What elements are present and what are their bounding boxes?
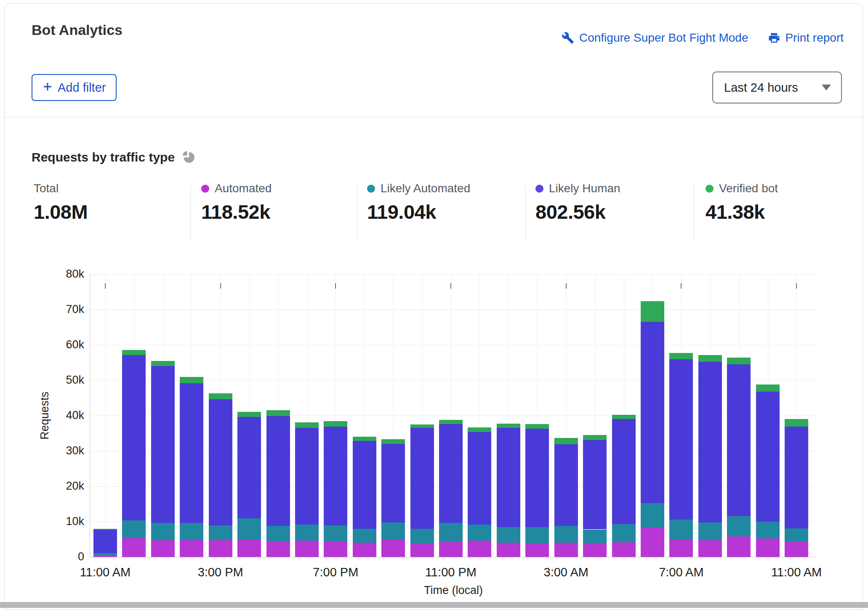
- bar-segment-likely-automated: [237, 518, 261, 539]
- bar-segment-verified-bot: [612, 415, 636, 419]
- stat-value: 119.04k: [367, 200, 470, 223]
- chevron-down-icon: [822, 85, 831, 90]
- bar-segment-automated: [727, 536, 751, 557]
- bar-segment-automated: [410, 543, 434, 557]
- bar-segment-likely-automated: [727, 516, 751, 536]
- configure-link-label: Configure Super Bot Fight Mode: [579, 31, 748, 45]
- y-tick-label: 50k: [25, 374, 84, 387]
- bar-segment-verified-bot: [266, 410, 290, 416]
- section-title: Requests by traffic type: [32, 150, 175, 164]
- x-tick: [335, 283, 336, 289]
- bar-segment-automated: [612, 542, 636, 557]
- bar-6-00-am: [641, 274, 664, 557]
- x-tick: [566, 283, 567, 289]
- plot-area: [90, 274, 817, 557]
- bar-7-00-am: [669, 274, 693, 557]
- bar-2-00-pm: [180, 274, 203, 557]
- bar-segment-likely-human: [468, 432, 491, 525]
- page-title: Bot Analytics: [32, 22, 122, 38]
- configure-super-bot-fight-mode-link[interactable]: Configure Super Bot Fight Mode: [562, 31, 748, 45]
- stat-value: 118.52k: [201, 200, 272, 223]
- stat-likely-automated: Likely Automated119.04k: [367, 182, 470, 223]
- bar-segment-verified-bot: [785, 419, 808, 427]
- bar-segment-likely-human: [698, 362, 722, 522]
- stat-divider: [357, 185, 357, 241]
- bar-segment-automated: [669, 539, 693, 557]
- bar-segment-automated: [266, 541, 290, 557]
- bar-segment-likely-automated: [295, 525, 319, 541]
- bar-segment-likely-automated: [612, 524, 636, 542]
- bar-9-00-pm: [381, 274, 405, 557]
- bar-segment-likely-automated: [756, 522, 780, 538]
- add-filter-button[interactable]: Add filter: [32, 74, 117, 101]
- bar-12-00-pm: [122, 274, 146, 557]
- bar-segment-likely-human: [669, 359, 693, 520]
- stat-value: 41.38k: [706, 200, 778, 223]
- bar-6-00-pm: [295, 274, 319, 557]
- bar-9-00-am: [727, 274, 751, 557]
- bar-segment-verified-bot: [151, 361, 175, 366]
- legend-dot: [201, 185, 209, 193]
- bar-segment-verified-bot: [209, 393, 232, 399]
- bot-analytics-page: Bot Analytics Configure Super Bot Fight …: [0, 0, 868, 610]
- time-range-select[interactable]: Last 24 hours: [712, 72, 842, 103]
- bar-segment-likely-human: [583, 440, 607, 530]
- bar-segment-likely-human: [209, 399, 232, 526]
- legend-dot: [367, 185, 375, 193]
- bar-segment-likely-human: [641, 322, 664, 503]
- bar-10-00-pm: [410, 274, 434, 557]
- bar-segment-verified-bot: [669, 353, 693, 359]
- bar-segment-likely-automated: [468, 525, 491, 541]
- bar-segment-likely-automated: [381, 522, 405, 539]
- bar-segment-likely-automated: [151, 523, 175, 540]
- bar-segment-likely-human: [785, 427, 808, 528]
- bar-segment-likely-human: [439, 424, 463, 522]
- bar-segment-verified-bot: [727, 358, 751, 364]
- bar-segment-likely-human: [324, 427, 347, 525]
- bar-segment-likely-automated: [785, 528, 808, 541]
- stat-value: 1.08M: [34, 200, 88, 223]
- section-title-row: Requests by traffic type: [32, 149, 196, 165]
- bar-segment-verified-bot: [237, 412, 261, 417]
- y-tick-label: 20k: [25, 480, 84, 493]
- bar-segment-automated: [295, 541, 319, 557]
- bar-segment-automated: [180, 540, 203, 557]
- x-tick: [681, 283, 682, 289]
- x-tick-label: 7:00 AM: [659, 565, 703, 579]
- bar-segment-likely-automated: [497, 527, 520, 543]
- bar-segment-verified-bot: [353, 437, 376, 441]
- bar-8-00-am: [698, 274, 722, 557]
- bar-3-00-pm: [209, 274, 232, 557]
- y-axis-line: [90, 274, 90, 557]
- stat-label: Automated: [215, 182, 272, 195]
- bar-5-00-am: [612, 274, 636, 557]
- bar-segment-automated: [353, 543, 376, 557]
- bar-segment-likely-automated: [669, 520, 693, 539]
- bar-1-00-pm: [151, 274, 175, 557]
- bar-segment-automated: [641, 528, 664, 557]
- x-axis-line: [90, 557, 817, 557]
- bar-segment-likely-human: [525, 429, 549, 527]
- bar-segment-automated: [122, 538, 146, 557]
- x-tick: [450, 283, 451, 289]
- horizontal-scrollbar[interactable]: [0, 602, 868, 608]
- bar-segment-automated: [324, 541, 347, 557]
- stat-divider: [190, 185, 191, 241]
- y-tick-label: 40k: [25, 409, 84, 422]
- bar-segment-likely-automated: [410, 529, 434, 543]
- bar-segment-verified-bot: [381, 439, 405, 444]
- bar-segment-automated: [237, 539, 261, 557]
- bar-segment-likely-human: [180, 383, 203, 523]
- bar-segment-likely-human: [353, 441, 376, 529]
- stat-label: Total: [34, 182, 59, 195]
- x-tick-label: 11:00 PM: [425, 565, 477, 579]
- bar-segment-likely-human: [497, 428, 520, 527]
- bar-segment-likely-automated: [266, 526, 290, 541]
- bar-segment-likely-human: [756, 392, 780, 522]
- x-tick-label: 7:00 PM: [313, 565, 358, 579]
- bar-segment-verified-bot: [756, 385, 780, 392]
- stat-divider: [525, 185, 526, 241]
- print-report-link[interactable]: Print report: [768, 31, 844, 45]
- bar-11-00-am: [785, 274, 808, 557]
- stat-label: Likely Human: [549, 182, 620, 195]
